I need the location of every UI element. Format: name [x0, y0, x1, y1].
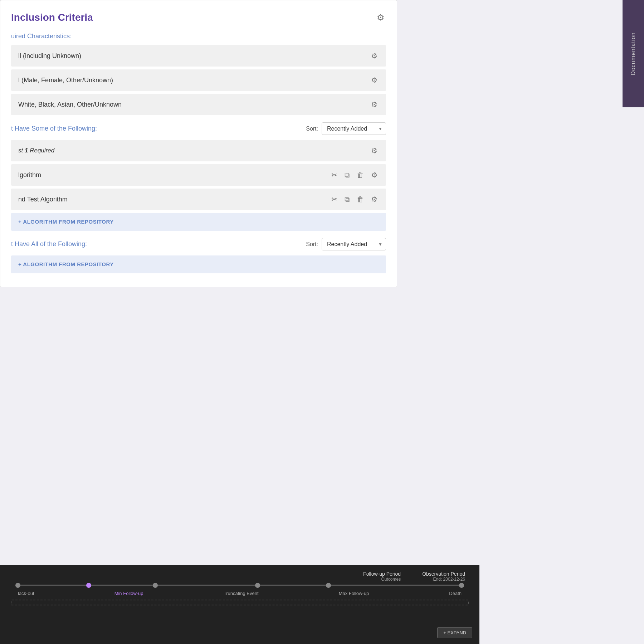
- dot-truncating: [153, 583, 158, 588]
- all-sort-container: Sort: Recently Added Alphabetical Custom: [306, 238, 386, 250]
- timeline-area: Follow-up Period Outcomes Observation Pe…: [0, 565, 479, 644]
- doc-tab-label: Documentation: [630, 32, 636, 75]
- documentation-tab[interactable]: Documentation: [623, 0, 644, 107]
- label-truncating: Truncating Event: [224, 591, 259, 596]
- algorithm-row-1-actions: ✂ ⧉ 🗑 ⚙: [330, 170, 379, 180]
- follow-up-period-sub: Outcomes: [363, 577, 401, 582]
- required-characteristics-label: uired Characteristics:: [11, 33, 386, 40]
- all-repo-row[interactable]: + ALGORITHM FROM REPOSITORY: [11, 255, 386, 273]
- criteria-row-2: l (Male, Female, Other/Unknown) ⚙: [11, 69, 386, 91]
- criteria-text-3: White, Black, Asian, Other/Unknown: [18, 101, 122, 108]
- algorithm-text-2: nd Test Algorithm: [18, 196, 68, 203]
- observation-period-text: Observation Period: [422, 571, 465, 577]
- label-blackout: lack-out: [18, 591, 34, 596]
- algorithm-row-2-cut-button[interactable]: ✂: [330, 194, 339, 204]
- dot-max-followup: [255, 583, 260, 588]
- dot-death: [326, 583, 331, 588]
- main-wrapper: Documentation Inclusion Criteria ⚙ uired…: [0, 0, 644, 644]
- label-max-followup: Max Follow-up: [339, 591, 369, 596]
- row3-settings-button[interactable]: ⚙: [370, 99, 379, 109]
- all-section-header: t Have All of the Following: Sort: Recen…: [11, 238, 386, 250]
- inclusion-panel: Inclusion Criteria ⚙ uired Characteristi…: [0, 0, 397, 287]
- algorithm-row-2-copy-button[interactable]: ⧉: [343, 195, 351, 204]
- row1-settings-button[interactable]: ⚙: [370, 51, 379, 61]
- algorithm-row-2-settings-button[interactable]: ⚙: [370, 194, 379, 204]
- timeline-track-wrapper: [18, 585, 462, 586]
- panel-title: Inclusion Criteria: [11, 12, 93, 23]
- algorithm-text-1: lgorithm: [18, 171, 41, 179]
- criteria-row-3: White, Black, Asian, Other/Unknown ⚙: [11, 94, 386, 115]
- all-sort-wrapper: Recently Added Alphabetical Custom: [322, 238, 386, 250]
- row2-settings-button[interactable]: ⚙: [370, 75, 379, 85]
- timeline-header: Follow-up Period Outcomes Observation Pe…: [11, 571, 469, 582]
- algorithm-row-1-settings-button[interactable]: ⚙: [370, 170, 379, 180]
- some-sort-select[interactable]: Recently Added Alphabetical Custom: [322, 122, 386, 135]
- criteria-row-1: ll (including Unknown) ⚙: [11, 45, 386, 67]
- at-least-row: st 1 Required ⚙: [11, 140, 386, 161]
- panel-settings-button[interactable]: ⚙: [375, 11, 386, 24]
- some-sort-container: Sort: Recently Added Alphabetical Custom: [306, 122, 386, 135]
- algorithm-row-1-cut-button[interactable]: ✂: [330, 170, 339, 180]
- expand-button[interactable]: + EXPAND: [437, 627, 472, 638]
- follow-up-period-text: Follow-up Period: [363, 571, 401, 577]
- panel-header: Inclusion Criteria ⚙: [11, 11, 386, 24]
- some-sort-wrapper: Recently Added Alphabetical Custom: [322, 122, 386, 135]
- dot-end: [459, 583, 464, 588]
- all-sort-select[interactable]: Recently Added Alphabetical Custom: [322, 238, 386, 250]
- criteria-text-2: l (Male, Female, Other/Unknown): [18, 77, 113, 84]
- some-repo-link[interactable]: + ALGORITHM FROM REPOSITORY: [18, 219, 114, 225]
- some-sort-label: Sort:: [306, 126, 318, 132]
- observation-period-label: Observation Period End: 2002-12-26: [422, 571, 465, 582]
- algorithm-row-1: lgorithm ✂ ⧉ 🗑 ⚙: [11, 164, 386, 186]
- all-sort-label: Sort:: [306, 241, 318, 248]
- observation-period-sub: End: 2002-12-26: [422, 577, 465, 582]
- label-min-followup: Min Follow-up: [114, 591, 143, 596]
- all-section: t Have All of the Following: Sort: Recen…: [11, 238, 386, 273]
- algorithm-row-1-copy-button[interactable]: ⧉: [343, 170, 351, 180]
- timeline-point-labels: lack-out Min Follow-up Truncating Event …: [11, 588, 469, 596]
- algorithm-row-1-delete-button[interactable]: 🗑: [355, 170, 365, 180]
- some-repo-row[interactable]: + ALGORITHM FROM REPOSITORY: [11, 213, 386, 231]
- algorithm-row-2: nd Test Algorithm ✂ ⧉ 🗑 ⚙: [11, 189, 386, 210]
- dot-start: [15, 583, 20, 588]
- follow-up-period-label: Follow-up Period Outcomes: [363, 571, 401, 582]
- algorithm-row-2-actions: ✂ ⧉ 🗑 ⚙: [330, 194, 379, 204]
- at-least-text: st 1 Required: [18, 147, 54, 154]
- algorithm-row-2-delete-button[interactable]: 🗑: [355, 195, 365, 204]
- all-repo-link[interactable]: + ALGORITHM FROM REPOSITORY: [18, 261, 114, 267]
- all-section-label: t Have All of the Following:: [11, 240, 87, 248]
- at-least-settings-button[interactable]: ⚙: [370, 146, 379, 156]
- some-section-header: t Have Some of the Following: Sort: Rece…: [11, 122, 386, 135]
- dot-min-followup: [86, 583, 91, 588]
- timeline-dashed-border: [11, 600, 469, 605]
- label-death: Death: [449, 591, 462, 596]
- criteria-text-1: ll (including Unknown): [18, 52, 81, 60]
- some-section: t Have Some of the Following: Sort: Rece…: [11, 122, 386, 231]
- some-section-label: t Have Some of the Following:: [11, 125, 97, 132]
- timeline-track: [18, 585, 462, 586]
